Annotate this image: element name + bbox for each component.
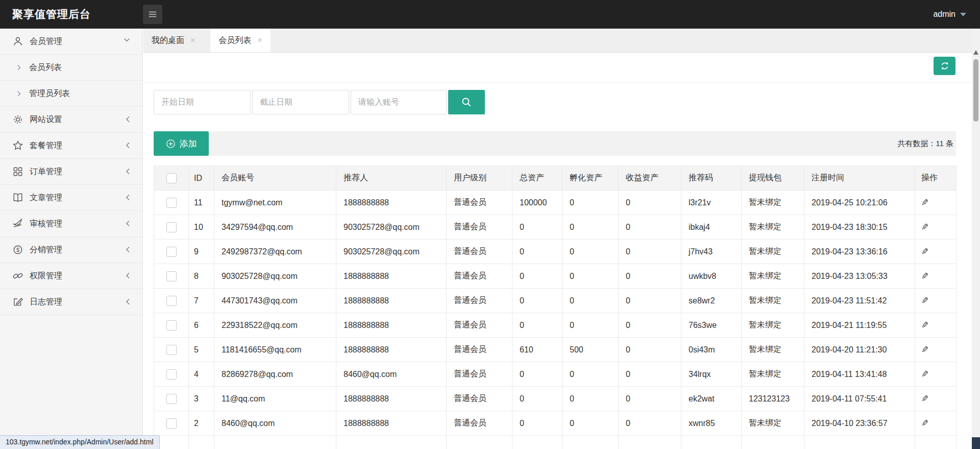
edit-icon[interactable]: ✎	[921, 197, 928, 208]
sidebar-item-label: 审核管理	[30, 219, 62, 229]
status-url-bubble: 103.tgymw.net/index.php/Admin/User/add.h…	[0, 435, 160, 449]
cell-ref-code: l3r21v	[681, 191, 742, 215]
vertical-scrollbar[interactable]	[972, 29, 980, 449]
edit-icon[interactable]: ✎	[921, 344, 928, 355]
cell-reg-time: 2019-04-23 13:05:33	[804, 264, 915, 289]
search-icon	[461, 97, 472, 108]
cell-level: 普通会员	[447, 240, 512, 264]
select-all-checkbox[interactable]	[166, 173, 177, 183]
cell-account: 229318522@qq.com	[214, 313, 336, 338]
chevron-down-icon	[960, 13, 966, 16]
header-wallet: 提现钱包	[742, 166, 804, 191]
chevron-right-icon	[17, 65, 21, 70]
sidebar-item-site-settings[interactable]: 网站设置	[0, 107, 142, 133]
row-checkbox[interactable]	[166, 222, 177, 232]
row-checkbox[interactable]	[166, 320, 177, 330]
cell-reg-time: 2019-04-23 18:30:15	[804, 215, 915, 240]
sidebar-item-member-management[interactable]: 会员管理	[0, 29, 142, 55]
user-menu[interactable]: admin	[933, 10, 966, 19]
table-row-partial	[154, 436, 957, 449]
cell-income-assets: 0	[619, 191, 681, 215]
cell-ref-code: uwkbv8	[681, 264, 742, 289]
user-name: admin	[933, 10, 955, 19]
edit-icon[interactable]: ✎	[921, 222, 928, 232]
member-table: ID 会员账号 推荐人 用户级别 总资产 孵化资产 收益资产 推荐码 提现钱包 …	[154, 166, 957, 449]
cell-incubate-assets: 0	[562, 215, 619, 240]
cell-account: 82869278@qq.com	[214, 362, 336, 387]
table-row: 51181416655@qq.com1888888888普通会员61050000…	[154, 338, 957, 362]
topbar: 聚享值管理后台 admin	[0, 0, 980, 29]
actions-cell: ✎	[915, 264, 957, 289]
cell-account: 34297594@qq.com	[214, 215, 336, 240]
sidebar-item-label: 日志管理	[30, 297, 62, 308]
cell-ref-code: xwnr85	[681, 411, 742, 436]
cell-incubate-assets: 0	[562, 289, 619, 313]
sidebar-toggle-button[interactable]	[143, 5, 162, 24]
chevron-left-icon	[126, 142, 130, 149]
sidebar-item-order-management[interactable]: 订单管理	[0, 159, 142, 185]
cell-level: 普通会员	[447, 313, 512, 338]
sidebar-item-distribution-management[interactable]: $ 分销管理	[0, 237, 142, 263]
cell-account: tgymw@net.com	[214, 191, 336, 215]
sidebar-item-member-list[interactable]: 会员列表	[0, 55, 142, 81]
cell-id: 10	[189, 215, 214, 240]
cell-referrer: 1888888888	[336, 289, 447, 313]
sidebar-item-article-management[interactable]: 文章管理	[0, 185, 142, 211]
chevron-left-icon	[126, 168, 130, 175]
checkbox-cell	[154, 240, 189, 264]
scrollbar-thumb[interactable]	[973, 59, 978, 122]
edit-icon[interactable]: ✎	[921, 369, 928, 380]
app-title: 聚享值管理后台	[0, 7, 131, 21]
end-date-input[interactable]	[252, 90, 349, 114]
chevron-left-icon	[126, 220, 130, 227]
cell-ref-code: 0si43m	[681, 338, 742, 362]
cell-wallet: 暂未绑定	[742, 240, 804, 264]
sidebar-item-log-management[interactable]: 日志管理	[0, 289, 142, 315]
row-checkbox[interactable]	[166, 247, 177, 257]
actions-cell: ✎	[915, 215, 957, 240]
sidebar-item-admin-list[interactable]: 管理员列表	[0, 81, 142, 107]
checkbox-cell	[154, 191, 189, 215]
cell-reg-time: 2019-04-20 11:21:30	[804, 338, 915, 362]
scroll-up-arrow-icon[interactable]	[973, 50, 978, 55]
add-button[interactable]: 添加	[154, 131, 209, 156]
edit-icon[interactable]: ✎	[921, 246, 928, 257]
actions-cell: ✎	[915, 289, 957, 313]
cell-referrer: 1888888888	[336, 338, 447, 362]
cell-total-assets: 0	[512, 289, 562, 313]
sidebar-item-label: 会员管理	[30, 36, 62, 47]
cell-income-assets: 0	[619, 411, 681, 436]
row-checkbox[interactable]	[166, 345, 177, 355]
start-date-input[interactable]	[154, 90, 251, 114]
tab-my-desktop[interactable]: 我的桌面 ×	[143, 29, 203, 52]
user-icon	[12, 36, 23, 47]
table-row: 11tgymw@net.com1888888888普通会员10000000l3r…	[154, 191, 957, 215]
row-checkbox[interactable]	[166, 394, 177, 404]
sidebar-item-audit-management[interactable]: QM 审核管理	[0, 211, 142, 237]
actions-cell: ✎	[915, 411, 957, 436]
row-checkbox[interactable]	[166, 418, 177, 429]
row-checkbox[interactable]	[166, 198, 177, 208]
row-checkbox[interactable]	[166, 369, 177, 380]
cell-account: 903025728@qq.com	[214, 264, 336, 289]
refresh-button[interactable]	[934, 57, 955, 75]
row-checkbox[interactable]	[166, 296, 177, 306]
sidebar-item-package-management[interactable]: 套餐管理	[0, 133, 142, 159]
edit-icon[interactable]: ✎	[921, 295, 928, 306]
row-checkbox[interactable]	[166, 271, 177, 281]
cell-reg-time: 2019-04-23 11:51:42	[804, 289, 915, 313]
cell-income-assets: 0	[619, 387, 681, 411]
account-search-input[interactable]	[351, 90, 447, 114]
edit-icon[interactable]: ✎	[921, 271, 928, 281]
sidebar-item-permission-management[interactable]: 权限管理	[0, 263, 142, 289]
close-icon[interactable]: ×	[190, 36, 195, 44]
table-row: 92492987372@qq.com903025728@qq.com普通会员00…	[154, 240, 957, 264]
edit-icon[interactable]: ✎	[921, 320, 928, 330]
link-icon	[12, 270, 23, 281]
search-button[interactable]	[448, 90, 485, 114]
edit-icon[interactable]: ✎	[921, 393, 928, 404]
edit-icon[interactable]: ✎	[921, 418, 928, 429]
tab-member-list[interactable]: 会员列表 ×	[210, 29, 270, 52]
table-row: 311@qq.com1888888888普通会员000ek2wat1231231…	[154, 387, 957, 411]
close-icon[interactable]: ×	[257, 36, 262, 44]
